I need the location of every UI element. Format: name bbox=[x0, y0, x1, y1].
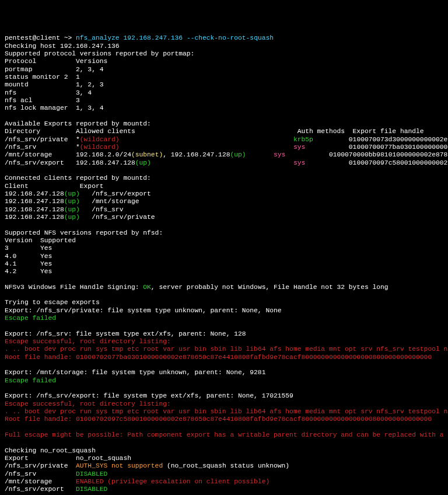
full-escape-warning: Full escape might be possible: Path comp… bbox=[5, 431, 448, 438]
escape-success: Escape successful, root directory listin… bbox=[5, 338, 171, 345]
nrroot-row: /nfs_srv/private AUTH_SYS not supported … bbox=[5, 462, 289, 469]
command-line[interactable]: nfs_analyze 192.168.247.136 --check-no-r… bbox=[76, 34, 274, 41]
portmap-row: nfs 3, 4 bbox=[5, 89, 92, 96]
nrroot-header: Checking no_root_squash bbox=[5, 447, 96, 454]
escape-line: Export: /nfs_srv: file system type ext/x… bbox=[5, 330, 246, 337]
exports-cols: Directory Allowed clients Auth methods E… bbox=[5, 128, 424, 135]
prompt-user: pentest bbox=[5, 34, 32, 41]
nrroot-cols: Export no_root_squash bbox=[5, 455, 131, 462]
dir-listing: . .. boot dev proc run sys tmp etc root … bbox=[5, 346, 448, 353]
client-row: 192.168.247.128(up) /mnt/storage bbox=[5, 198, 139, 205]
client-row: 192.168.247.128(up) /nfs_srv/export bbox=[5, 190, 151, 197]
escape-fail: Escape failed bbox=[5, 377, 56, 384]
nfsd-row: 4.0 Yes bbox=[5, 253, 52, 260]
nrroot-row: /mnt/storage ENABLED (privilege escalati… bbox=[5, 478, 270, 485]
nfsd-cols: Version Supported bbox=[5, 237, 76, 244]
client-row: 192.168.247.128(up) /nfs_srv/private bbox=[5, 214, 155, 221]
export-row: /nfs_srv *(wildcard) sys 01000700077ba03… bbox=[5, 144, 448, 151]
dir-listing: . .. boot dev proc run sys tmp etc root … bbox=[5, 408, 448, 415]
client-row: 192.168.247.128(up) /nfs_srv bbox=[5, 206, 123, 213]
export-row: /nfs_srv/export 192.168.247.128(up) sys … bbox=[5, 159, 448, 166]
nfsd-row: 4.2 Yes bbox=[5, 268, 52, 275]
nrroot-row: /nfs_srv/export DISABLED bbox=[5, 486, 107, 493]
exports-header: Available Exports reported by mountd: bbox=[5, 120, 151, 127]
portmap-row: nfs acl 3 bbox=[5, 97, 80, 104]
nrroot-row: /nfs_srv DISABLED bbox=[5, 470, 107, 477]
portmap-row: nfs lock manager 1, 3, 4 bbox=[5, 104, 103, 111]
portmap-row: portmap 2, 3, 4 bbox=[5, 66, 103, 73]
nfsd-header: Supported NFS versions reported by nfsd: bbox=[5, 229, 163, 236]
root-fh: Root file handle: 01000702077ba030100000… bbox=[5, 354, 432, 361]
prompt-host: client bbox=[36, 34, 60, 41]
escape-line: Export: /mnt/storage: file system type u… bbox=[5, 369, 265, 376]
line: Checking host 192.168.247.136 bbox=[5, 43, 120, 50]
nfsd-row: 3 Yes bbox=[5, 245, 52, 252]
root-fh: Root file handle: 01000702097c5800100000… bbox=[5, 416, 432, 423]
escape-line: Export: /nfs_srv/private: file system ty… bbox=[5, 307, 282, 314]
clients-cols: Client Export bbox=[5, 183, 103, 190]
portmap-cols: Protocol Versions bbox=[5, 58, 107, 65]
clients-header: Connected clients reported by mountd: bbox=[5, 175, 151, 182]
escape-line: Export: /nfs_srv/export: file system typ… bbox=[5, 392, 293, 399]
export-row: /nfs_srv/private *(wildcard) krb5p 01000… bbox=[5, 136, 448, 143]
escape-fail: Escape failed bbox=[5, 315, 56, 322]
portmap-row: mountd 1, 2, 3 bbox=[5, 81, 103, 88]
portmap-header: Supported protocol versions reported by … bbox=[5, 50, 194, 57]
terminal-output: pentest@client ~> nfs_analyze 192.168.24… bbox=[5, 34, 443, 495]
nfsd-row: 4.1 Yes bbox=[5, 260, 52, 267]
escape-success: Escape successful, root directory listin… bbox=[5, 400, 171, 407]
export-row: /mnt/storage 192.168.2.0/24(subnet), 192… bbox=[5, 151, 448, 158]
escape-header: Trying to escape exports bbox=[5, 299, 100, 306]
portmap-row: status monitor 2 1 bbox=[5, 74, 80, 81]
fh-signing: NFSv3 Windows File Handle Signing: OK, s… bbox=[5, 284, 388, 291]
